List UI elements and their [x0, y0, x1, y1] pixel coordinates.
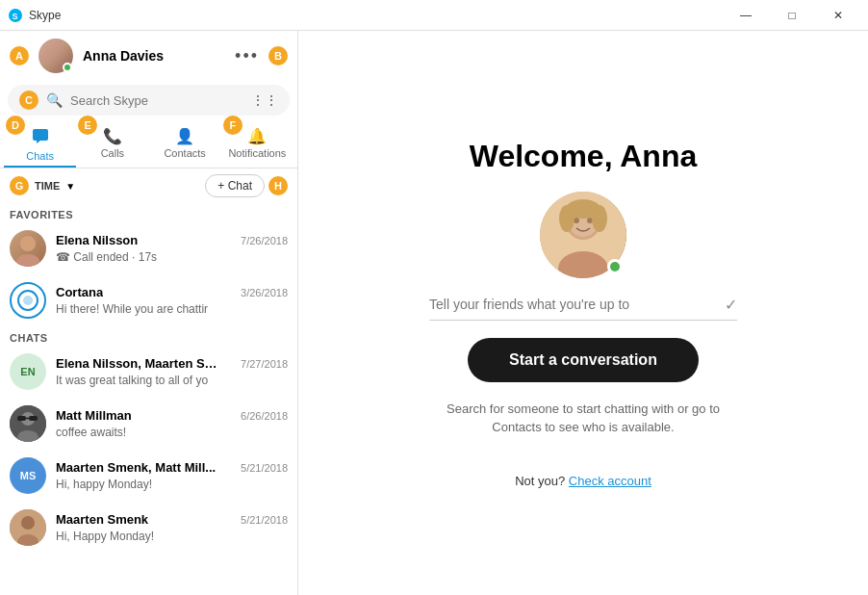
elena-nilsson-avatar: [10, 230, 46, 267]
not-you-text: Not you?: [515, 474, 565, 488]
contact-name: Maarten Smenk: [56, 512, 148, 527]
svg-point-3: [20, 236, 36, 251]
chat-date: 7/27/2018: [241, 358, 288, 370]
online-status-dot: [63, 63, 72, 72]
contact-name: Elena Nilsson, Maarten Sm...: [56, 356, 219, 371]
svg-point-6: [23, 296, 33, 305]
chat-list: FAVORITES Elena Nilsson 7/26/2018 ☎ Call…: [0, 203, 297, 595]
notifications-tab-icon: 🔔: [247, 127, 267, 145]
badge-a: A: [10, 46, 29, 65]
chat-date: 7/26/2018: [241, 235, 288, 246]
chats-section-header: CHATS: [0, 326, 297, 346]
badge-h: H: [268, 176, 288, 195]
nav-tabs: D Chats E 📞 Calls 👤 Contacts F: [0, 119, 297, 168]
chats-tab-icon: [32, 127, 49, 148]
list-item[interactable]: Matt Millman 6/26/2018 coffee awaits!: [0, 398, 297, 450]
profile-avatar-wrapper[interactable]: [38, 39, 73, 73]
status-input[interactable]: [429, 297, 717, 312]
en-group-avatar: EN: [10, 353, 46, 390]
chat-preview: Hi, Happy Monday!: [56, 530, 154, 543]
skype-logo-icon: S: [8, 8, 23, 23]
chat-name-row: Cortana 3/26/2018: [56, 285, 288, 299]
badge-f: F: [223, 116, 243, 135]
cortana-info: Cortana 3/26/2018 Hi there! While you ar…: [56, 285, 288, 317]
en-group-info: Elena Nilsson, Maarten Sm... 7/27/2018 I…: [56, 356, 288, 388]
search-icon: 🔍: [46, 92, 63, 108]
calls-tab-icon: 📞: [103, 127, 122, 145]
matt-millman-avatar: [10, 405, 46, 442]
welcome-title: Welcome, Anna: [470, 139, 698, 174]
favorites-section-header: FAVORITES: [0, 203, 297, 222]
notifications-tab-label: Notifications: [228, 147, 286, 159]
maximize-button[interactable]: □: [770, 0, 814, 31]
window-controls: — □ ✕: [724, 0, 860, 31]
badge-b: B: [268, 46, 288, 65]
chat-preview: It was great talking to all of yo: [56, 374, 208, 387]
chat-date: 5/21/2018: [241, 462, 288, 474]
chat-preview: ☎ Call ended · 17s: [56, 250, 157, 264]
status-check-icon[interactable]: ✓: [725, 296, 737, 314]
chat-date: 5/21/2018: [241, 514, 288, 526]
grid-icon[interactable]: ⋮⋮: [251, 92, 278, 108]
svg-rect-2: [33, 129, 48, 141]
list-item[interactable]: Maarten Smenk 5/21/2018 Hi, Happy Monday…: [0, 502, 297, 554]
chats-tab-label: Chats: [26, 150, 54, 162]
search-input[interactable]: [70, 93, 243, 108]
chat-preview: Hi there! While you are chattir: [56, 302, 208, 316]
chat-name-row: Maarten Smenk 5/21/2018: [56, 512, 288, 527]
cortana-avatar: [10, 282, 46, 319]
list-item[interactable]: Cortana 3/26/2018 Hi there! While you ar…: [0, 274, 297, 326]
matt-millman-info: Matt Millman 6/26/2018 coffee awaits!: [56, 408, 288, 440]
new-chat-button[interactable]: + Chat: [205, 174, 265, 197]
tab-contacts[interactable]: 👤 Contacts: [149, 119, 221, 168]
not-you-row: Not you? Check account: [515, 474, 651, 488]
welcome-description: Search for someone to start chatting wit…: [439, 400, 728, 437]
title-bar: S Skype — □ ✕: [0, 0, 868, 31]
more-options-button[interactable]: •••: [235, 46, 259, 66]
svg-text:S: S: [13, 12, 18, 21]
main-container: A Anna Davies ••• B C 🔍 ⋮⋮ D: [0, 31, 868, 595]
chat-preview: Hi, happy Monday!: [56, 478, 152, 491]
ms-group-info: Maarten Smenk, Matt Mill... 5/21/2018 Hi…: [56, 460, 288, 492]
chat-name-row: Matt Millman 6/26/2018: [56, 408, 288, 423]
svg-rect-10: [17, 416, 26, 421]
welcome-avatar-wrapper: [540, 192, 626, 278]
title-bar-left: S Skype: [8, 8, 61, 23]
contacts-tab-label: Contacts: [164, 147, 205, 159]
badge-c: C: [19, 91, 38, 110]
welcome-online-dot: [607, 259, 623, 274]
chat-name-row: Elena Nilsson 7/26/2018: [56, 233, 288, 247]
list-item[interactable]: Elena Nilsson 7/26/2018 ☎ Call ended · 1…: [0, 222, 297, 274]
contact-name: Maarten Smenk, Matt Mill...: [56, 460, 216, 475]
list-item[interactable]: MS Maarten Smenk, Matt Mill... 5/21/2018…: [0, 450, 297, 502]
badge-g: G: [10, 176, 29, 195]
svg-point-4: [16, 254, 39, 267]
maarten-smenk-avatar: [10, 509, 46, 546]
status-input-row: ✓: [429, 296, 737, 321]
contact-name: Elena Nilsson: [56, 233, 138, 247]
chat-preview: coffee awaits!: [56, 426, 126, 439]
close-button[interactable]: ✕: [816, 0, 860, 31]
welcome-panel: Welcome, Anna: [298, 31, 868, 595]
minimize-button[interactable]: —: [724, 0, 768, 31]
sort-chevron-icon: ▼: [65, 181, 75, 192]
chat-date: 6/26/2018: [241, 410, 288, 422]
app-title: Skype: [29, 9, 61, 22]
svg-point-23: [559, 205, 574, 232]
search-bar: C 🔍 ⋮⋮: [8, 85, 290, 116]
svg-rect-11: [29, 416, 38, 421]
sort-row: G TIME ▼ + Chat H: [0, 168, 297, 203]
elena-nilsson-favorite-info: Elena Nilsson 7/26/2018 ☎ Call ended · 1…: [56, 233, 288, 265]
sidebar: A Anna Davies ••• B C 🔍 ⋮⋮ D: [0, 31, 298, 595]
ms-group-avatar: MS: [10, 457, 46, 494]
chat-name-row: Elena Nilsson, Maarten Sm... 7/27/2018: [56, 356, 288, 371]
tab-chats[interactable]: D Chats: [4, 119, 76, 168]
svg-point-14: [21, 516, 35, 530]
tab-notifications[interactable]: F 🔔 Notifications: [221, 119, 294, 168]
start-conversation-button[interactable]: Start a conversation: [468, 338, 699, 382]
tab-calls[interactable]: E 📞 Calls: [76, 119, 148, 168]
list-item[interactable]: EN Elena Nilsson, Maarten Sm... 7/27/201…: [0, 346, 297, 398]
check-account-link[interactable]: Check account: [569, 474, 651, 488]
sort-time-button[interactable]: TIME: [35, 180, 60, 192]
maarten-smenk-info: Maarten Smenk 5/21/2018 Hi, Happy Monday…: [56, 512, 288, 544]
